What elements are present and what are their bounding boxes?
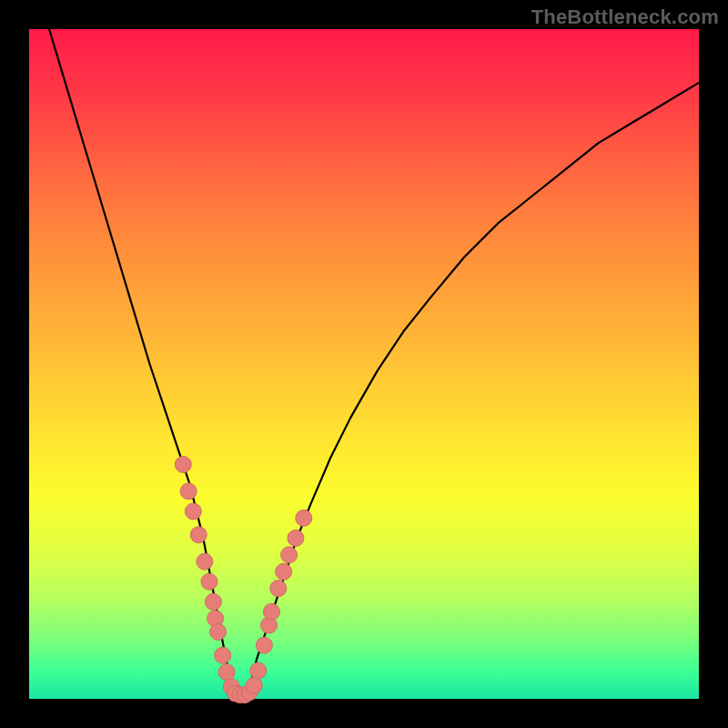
data-dot [201, 573, 217, 590]
data-dot [215, 647, 231, 663]
watermark-text: TheBottleneck.com [531, 5, 719, 29]
data-dot [263, 603, 279, 620]
data-dot [175, 456, 191, 472]
data-dot [185, 503, 201, 520]
data-dots [175, 456, 311, 703]
chart-frame: TheBottleneck.com [0, 0, 728, 728]
data-dot [250, 662, 267, 679]
plot-area [29, 29, 699, 699]
data-dot [246, 677, 262, 693]
data-dot [197, 553, 213, 570]
data-dot [276, 563, 292, 580]
data-dot [281, 547, 298, 563]
curve-layer [29, 29, 699, 699]
bottleneck-curve [49, 29, 699, 695]
data-dot [256, 637, 272, 653]
data-dot [190, 527, 207, 543]
data-dot [288, 530, 304, 546]
data-dot [296, 510, 312, 526]
data-dot [180, 483, 197, 500]
data-dot [210, 623, 227, 640]
data-dot [205, 593, 221, 610]
data-dot [270, 581, 287, 597]
data-dot [218, 664, 235, 681]
